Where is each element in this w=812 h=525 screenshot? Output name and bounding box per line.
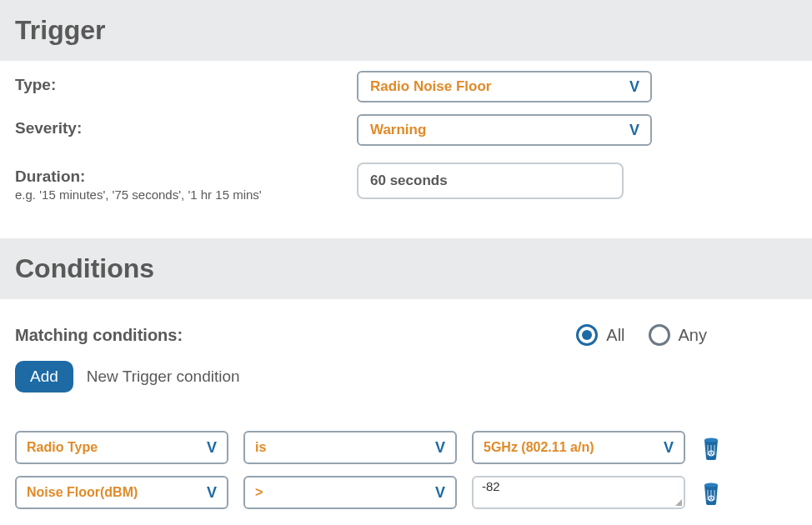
add-condition-text: New Trigger condition (87, 368, 240, 386)
delete-condition-button[interactable] (700, 479, 722, 506)
condition-row: Noise Floor(dBM) V > V (15, 476, 797, 509)
duration-hint: e.g. '15 minutes', '75 seconds', '1 hr 1… (15, 188, 357, 202)
condition-field-dropdown[interactable]: Radio Type V (15, 431, 228, 464)
conditions-title: Conditions (15, 253, 797, 284)
add-condition-row: Add New Trigger condition (15, 361, 797, 392)
svg-point-0 (704, 438, 718, 442)
condition-row: Radio Type V is V 5GHz (802.11 a/n) V (15, 431, 797, 464)
delete-condition-button[interactable] (700, 434, 722, 461)
condition-operator-value: is (255, 440, 266, 455)
condition-value-dropdown[interactable]: 5GHz (802.11 a/n) V (472, 431, 685, 464)
matching-conditions-row: Matching conditions: All Any (15, 324, 797, 346)
severity-dropdown[interactable]: Warning V (357, 114, 652, 146)
type-row: Type: Radio Noise Floor V (15, 71, 797, 102)
condition-value: 5GHz (802.11 a/n) (484, 440, 594, 455)
chevron-down-icon: V (629, 122, 639, 139)
type-label: Type: (15, 76, 357, 94)
radio-any-label: Any (679, 326, 707, 345)
add-button[interactable]: Add (15, 361, 73, 392)
condition-field-value: Noise Floor(dBM) (27, 485, 138, 500)
radio-all-label: All (606, 326, 624, 345)
radio-all[interactable] (576, 324, 598, 346)
condition-operator-dropdown[interactable]: is V (243, 431, 457, 464)
condition-operator-dropdown[interactable]: > V (243, 476, 457, 509)
condition-operator-value: > (255, 485, 263, 500)
chevron-down-icon: V (435, 439, 445, 457)
resize-handle-icon[interactable] (674, 498, 682, 506)
severity-label: Severity: (15, 119, 357, 138)
type-dropdown[interactable]: Radio Noise Floor V (357, 71, 652, 102)
chevron-down-icon: V (629, 78, 639, 96)
condition-value-input[interactable] (482, 479, 675, 493)
chevron-down-icon: V (207, 439, 217, 457)
chevron-down-icon: V (207, 484, 217, 502)
condition-value-input-wrap (472, 476, 685, 509)
matching-radio-group: All Any (576, 324, 797, 346)
conditions-body: Matching conditions: All Any Add New Tri… (0, 299, 812, 525)
chevron-down-icon: V (435, 484, 445, 502)
matching-conditions-label: Matching conditions: (15, 326, 183, 345)
trash-icon (701, 480, 721, 505)
chevron-down-icon: V (664, 439, 674, 457)
severity-row: Severity: Warning V (15, 114, 797, 146)
svg-point-1 (704, 483, 718, 488)
duration-input[interactable] (357, 162, 624, 199)
trigger-section-header: Trigger (0, 0, 812, 61)
condition-field-value: Radio Type (27, 440, 98, 455)
trigger-title: Trigger (15, 15, 797, 46)
condition-field-dropdown[interactable]: Noise Floor(dBM) V (15, 476, 228, 509)
conditions-section-header: Conditions (0, 238, 812, 299)
duration-row: Duration: e.g. '15 minutes', '75 seconds… (15, 162, 797, 202)
duration-label: Duration: (15, 168, 357, 186)
radio-any[interactable] (649, 324, 670, 346)
severity-value: Warning (370, 122, 426, 138)
trash-icon (701, 435, 721, 460)
type-value: Radio Noise Floor (370, 78, 491, 95)
trigger-body: Type: Radio Noise Floor V Severity: Warn… (0, 61, 812, 238)
